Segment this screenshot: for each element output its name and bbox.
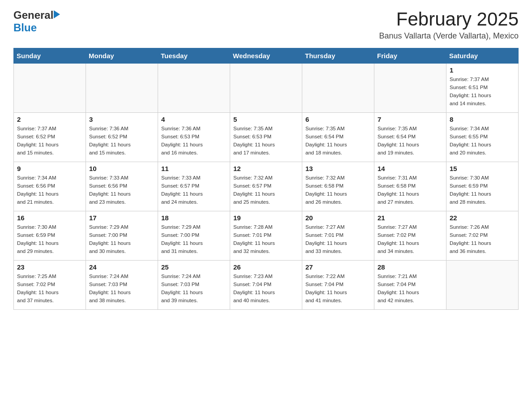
calendar-day-cell: 23Sunrise: 7:25 AMSunset: 7:02 PMDayligh… bbox=[14, 261, 86, 310]
calendar-day-cell bbox=[374, 64, 446, 113]
calendar-day-cell: 4Sunrise: 7:36 AMSunset: 6:53 PMDaylight… bbox=[158, 113, 230, 162]
day-info: Sunrise: 7:28 AMSunset: 7:01 PMDaylight:… bbox=[233, 223, 299, 255]
page-header: General Blue February 2025 Banus Vallart… bbox=[13, 9, 519, 41]
day-info: Sunrise: 7:24 AMSunset: 7:03 PMDaylight:… bbox=[89, 273, 154, 304]
calendar-day-cell: 27Sunrise: 7:22 AMSunset: 7:04 PMDayligh… bbox=[302, 261, 374, 310]
day-number: 9 bbox=[17, 165, 82, 172]
day-number: 8 bbox=[450, 116, 515, 123]
calendar-day-cell bbox=[302, 64, 374, 113]
day-number: 10 bbox=[89, 165, 154, 172]
weekday-header-row: SundayMondayTuesdayWednesdayThursdayFrid… bbox=[14, 48, 519, 64]
day-number: 20 bbox=[305, 214, 371, 222]
day-number: 15 bbox=[450, 165, 515, 172]
calendar-day-cell: 7Sunrise: 7:35 AMSunset: 6:54 PMDaylight… bbox=[374, 113, 446, 162]
day-info: Sunrise: 7:34 AMSunset: 6:56 PMDaylight:… bbox=[17, 174, 82, 206]
calendar-day-cell: 18Sunrise: 7:29 AMSunset: 7:00 PMDayligh… bbox=[158, 211, 230, 261]
day-info: Sunrise: 7:33 AMSunset: 6:56 PMDaylight:… bbox=[89, 174, 154, 206]
day-number: 1 bbox=[450, 66, 515, 74]
day-number: 3 bbox=[89, 116, 154, 123]
day-number: 23 bbox=[17, 263, 82, 271]
day-number: 25 bbox=[161, 263, 227, 271]
calendar-week-row: 2Sunrise: 7:37 AMSunset: 6:52 PMDaylight… bbox=[14, 113, 519, 162]
calendar-day-cell: 16Sunrise: 7:30 AMSunset: 6:59 PMDayligh… bbox=[14, 211, 86, 261]
weekday-header-wednesday: Wednesday bbox=[230, 48, 302, 64]
day-number: 28 bbox=[378, 263, 443, 271]
calendar-week-row: 1Sunrise: 7:37 AMSunset: 6:51 PMDaylight… bbox=[14, 64, 519, 113]
day-info: Sunrise: 7:30 AMSunset: 6:59 PMDaylight:… bbox=[17, 223, 82, 255]
day-info: Sunrise: 7:35 AMSunset: 6:53 PMDaylight:… bbox=[233, 125, 299, 157]
day-info: Sunrise: 7:37 AMSunset: 6:51 PMDaylight:… bbox=[450, 76, 515, 107]
day-number: 2 bbox=[17, 116, 82, 123]
weekday-header-tuesday: Tuesday bbox=[158, 48, 230, 64]
day-number: 5 bbox=[233, 116, 299, 123]
weekday-header-thursday: Thursday bbox=[302, 48, 374, 64]
logo-arrow-icon bbox=[54, 10, 60, 18]
calendar-day-cell: 11Sunrise: 7:33 AMSunset: 6:57 PMDayligh… bbox=[158, 162, 230, 211]
calendar-day-cell: 12Sunrise: 7:32 AMSunset: 6:57 PMDayligh… bbox=[230, 162, 302, 211]
calendar-day-cell bbox=[86, 64, 158, 113]
day-number: 26 bbox=[233, 263, 299, 271]
title-block: February 2025 Banus Vallarta (Verde Vall… bbox=[379, 9, 519, 41]
day-number: 22 bbox=[450, 214, 515, 222]
logo: General Blue bbox=[13, 9, 60, 34]
calendar-day-cell: 3Sunrise: 7:36 AMSunset: 6:52 PMDaylight… bbox=[86, 113, 158, 162]
day-number: 27 bbox=[305, 263, 371, 271]
weekday-header-monday: Monday bbox=[86, 48, 158, 64]
day-info: Sunrise: 7:30 AMSunset: 6:59 PMDaylight:… bbox=[450, 174, 515, 206]
month-year-title: February 2025 bbox=[379, 9, 519, 30]
calendar-day-cell bbox=[230, 64, 302, 113]
weekday-header-friday: Friday bbox=[374, 48, 446, 64]
calendar-day-cell bbox=[158, 64, 230, 113]
calendar-day-cell bbox=[14, 64, 86, 113]
day-info: Sunrise: 7:37 AMSunset: 6:52 PMDaylight:… bbox=[17, 125, 82, 157]
calendar-day-cell: 14Sunrise: 7:31 AMSunset: 6:58 PMDayligh… bbox=[374, 162, 446, 211]
day-info: Sunrise: 7:32 AMSunset: 6:57 PMDaylight:… bbox=[233, 174, 299, 206]
weekday-header-saturday: Saturday bbox=[446, 48, 519, 64]
calendar-day-cell: 24Sunrise: 7:24 AMSunset: 7:03 PMDayligh… bbox=[86, 261, 158, 310]
day-number: 16 bbox=[17, 214, 82, 222]
location-subtitle: Banus Vallarta (Verde Vallarta), Mexico bbox=[379, 31, 519, 41]
calendar-week-row: 16Sunrise: 7:30 AMSunset: 6:59 PMDayligh… bbox=[14, 211, 519, 261]
day-number: 17 bbox=[89, 214, 154, 222]
day-info: Sunrise: 7:36 AMSunset: 6:52 PMDaylight:… bbox=[89, 125, 154, 157]
day-info: Sunrise: 7:33 AMSunset: 6:57 PMDaylight:… bbox=[161, 174, 227, 206]
calendar-day-cell: 2Sunrise: 7:37 AMSunset: 6:52 PMDaylight… bbox=[14, 113, 86, 162]
day-number: 18 bbox=[161, 214, 227, 222]
day-info: Sunrise: 7:31 AMSunset: 6:58 PMDaylight:… bbox=[378, 174, 443, 206]
day-info: Sunrise: 7:29 AMSunset: 7:00 PMDaylight:… bbox=[161, 223, 227, 255]
day-number: 14 bbox=[378, 165, 443, 172]
calendar-day-cell: 8Sunrise: 7:34 AMSunset: 6:55 PMDaylight… bbox=[446, 113, 519, 162]
day-info: Sunrise: 7:36 AMSunset: 6:53 PMDaylight:… bbox=[161, 125, 227, 157]
calendar-day-cell: 28Sunrise: 7:21 AMSunset: 7:04 PMDayligh… bbox=[374, 261, 446, 310]
calendar-day-cell: 9Sunrise: 7:34 AMSunset: 6:56 PMDaylight… bbox=[14, 162, 86, 211]
day-info: Sunrise: 7:22 AMSunset: 7:04 PMDaylight:… bbox=[305, 273, 371, 304]
calendar-day-cell: 10Sunrise: 7:33 AMSunset: 6:56 PMDayligh… bbox=[86, 162, 158, 211]
calendar-day-cell: 5Sunrise: 7:35 AMSunset: 6:53 PMDaylight… bbox=[230, 113, 302, 162]
logo-blue-text: Blue bbox=[13, 21, 37, 34]
day-number: 13 bbox=[305, 165, 371, 172]
calendar-week-row: 23Sunrise: 7:25 AMSunset: 7:02 PMDayligh… bbox=[14, 261, 519, 310]
day-number: 12 bbox=[233, 165, 299, 172]
day-number: 7 bbox=[378, 116, 443, 123]
day-number: 6 bbox=[305, 116, 371, 123]
calendar-day-cell: 13Sunrise: 7:32 AMSunset: 6:58 PMDayligh… bbox=[302, 162, 374, 211]
day-info: Sunrise: 7:21 AMSunset: 7:04 PMDaylight:… bbox=[378, 273, 443, 304]
day-info: Sunrise: 7:25 AMSunset: 7:02 PMDaylight:… bbox=[17, 273, 82, 304]
day-info: Sunrise: 7:32 AMSunset: 6:58 PMDaylight:… bbox=[305, 174, 371, 206]
day-number: 24 bbox=[89, 263, 154, 271]
calendar-day-cell: 6Sunrise: 7:35 AMSunset: 6:54 PMDaylight… bbox=[302, 113, 374, 162]
calendar-header: SundayMondayTuesdayWednesdayThursdayFrid… bbox=[14, 48, 519, 64]
day-info: Sunrise: 7:29 AMSunset: 7:00 PMDaylight:… bbox=[89, 223, 154, 255]
calendar-day-cell: 25Sunrise: 7:24 AMSunset: 7:03 PMDayligh… bbox=[158, 261, 230, 310]
day-info: Sunrise: 7:24 AMSunset: 7:03 PMDaylight:… bbox=[161, 273, 227, 304]
day-info: Sunrise: 7:23 AMSunset: 7:04 PMDaylight:… bbox=[233, 273, 299, 304]
calendar-day-cell: 1Sunrise: 7:37 AMSunset: 6:51 PMDaylight… bbox=[446, 64, 519, 113]
logo-general-text: General bbox=[13, 9, 53, 21]
calendar-body: 1Sunrise: 7:37 AMSunset: 6:51 PMDaylight… bbox=[14, 64, 519, 310]
day-info: Sunrise: 7:27 AMSunset: 7:01 PMDaylight:… bbox=[305, 223, 371, 255]
day-info: Sunrise: 7:35 AMSunset: 6:54 PMDaylight:… bbox=[378, 125, 443, 157]
calendar-day-cell: 17Sunrise: 7:29 AMSunset: 7:00 PMDayligh… bbox=[86, 211, 158, 261]
day-number: 11 bbox=[161, 165, 227, 172]
calendar-table: SundayMondayTuesdayWednesdayThursdayFrid… bbox=[13, 48, 519, 310]
calendar-day-cell: 21Sunrise: 7:27 AMSunset: 7:02 PMDayligh… bbox=[374, 211, 446, 261]
